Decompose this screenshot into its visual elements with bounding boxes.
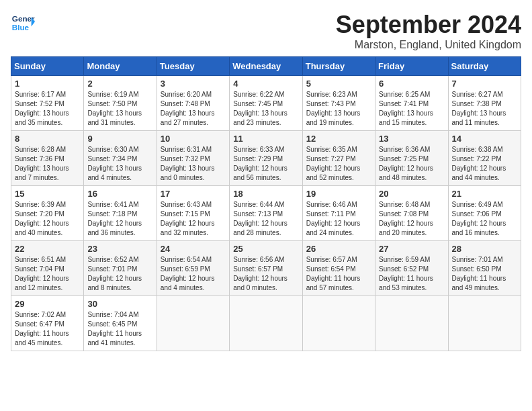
col-monday: Monday [84,57,157,76]
logo-icon: General Blue [11,11,35,35]
table-row: 6Sunrise: 6:25 AMSunset: 7:41 PMDaylight… [375,76,448,131]
table-row: 26Sunrise: 6:57 AMSunset: 6:54 PMDayligh… [302,241,375,296]
col-thursday: Thursday [302,57,375,76]
table-row: 10Sunrise: 6:31 AMSunset: 7:32 PMDayligh… [157,131,229,186]
header: General Blue September 2024 Marston, Eng… [11,11,521,51]
table-row: 13Sunrise: 6:36 AMSunset: 7:25 PMDayligh… [375,131,448,186]
table-row [230,296,302,351]
table-row [375,296,448,351]
table-row: 1Sunrise: 6:17 AMSunset: 7:52 PMDaylight… [11,76,84,131]
table-row [302,296,375,351]
table-row: 27Sunrise: 6:59 AMSunset: 6:52 PMDayligh… [375,241,448,296]
table-row: 24Sunrise: 6:54 AMSunset: 6:59 PMDayligh… [157,241,229,296]
table-row: 17Sunrise: 6:43 AMSunset: 7:15 PMDayligh… [157,186,229,241]
table-row: 4Sunrise: 6:22 AMSunset: 7:45 PMDaylight… [230,76,302,131]
table-row: 12Sunrise: 6:35 AMSunset: 7:27 PMDayligh… [302,131,375,186]
table-row: 5Sunrise: 6:23 AMSunset: 7:43 PMDaylight… [302,76,375,131]
table-row [157,296,229,351]
table-row: 16Sunrise: 6:41 AMSunset: 7:18 PMDayligh… [84,186,157,241]
table-row: 25Sunrise: 6:56 AMSunset: 6:57 PMDayligh… [230,241,302,296]
month-title: September 2024 [336,11,521,39]
col-wednesday: Wednesday [230,57,302,76]
logo: General Blue [11,11,35,35]
table-row: 3Sunrise: 6:20 AMSunset: 7:48 PMDaylight… [157,76,229,131]
calendar-table: Sunday Monday Tuesday Wednesday Thursday… [11,56,521,351]
table-row: 14Sunrise: 6:38 AMSunset: 7:22 PMDayligh… [448,131,521,186]
table-row: 11Sunrise: 6:33 AMSunset: 7:29 PMDayligh… [230,131,302,186]
table-row: 29Sunrise: 7:02 AMSunset: 6:47 PMDayligh… [11,296,84,351]
svg-text:Blue: Blue [12,23,30,32]
table-row: 23Sunrise: 6:52 AMSunset: 7:01 PMDayligh… [84,241,157,296]
col-saturday: Saturday [448,57,521,76]
table-row: 15Sunrise: 6:39 AMSunset: 7:20 PMDayligh… [11,186,84,241]
table-row: 28Sunrise: 7:01 AMSunset: 6:50 PMDayligh… [448,241,521,296]
location-title: Marston, England, United Kingdom [336,39,521,51]
col-sunday: Sunday [11,57,84,76]
calendar-header-row: Sunday Monday Tuesday Wednesday Thursday… [11,57,521,76]
col-friday: Friday [375,57,448,76]
table-row: 19Sunrise: 6:46 AMSunset: 7:11 PMDayligh… [302,186,375,241]
table-row: 9Sunrise: 6:30 AMSunset: 7:34 PMDaylight… [84,131,157,186]
table-row: 30Sunrise: 7:04 AMSunset: 6:45 PMDayligh… [84,296,157,351]
table-row: 22Sunrise: 6:51 AMSunset: 7:04 PMDayligh… [11,241,84,296]
table-row: 8Sunrise: 6:28 AMSunset: 7:36 PMDaylight… [11,131,84,186]
table-row [448,296,521,351]
table-row: 20Sunrise: 6:48 AMSunset: 7:08 PMDayligh… [375,186,448,241]
table-row: 21Sunrise: 6:49 AMSunset: 7:06 PMDayligh… [448,186,521,241]
table-row: 7Sunrise: 6:27 AMSunset: 7:38 PMDaylight… [448,76,521,131]
table-row: 2Sunrise: 6:19 AMSunset: 7:50 PMDaylight… [84,76,157,131]
col-tuesday: Tuesday [157,57,229,76]
table-row: 18Sunrise: 6:44 AMSunset: 7:13 PMDayligh… [230,186,302,241]
title-area: September 2024 Marston, England, United … [336,11,521,51]
